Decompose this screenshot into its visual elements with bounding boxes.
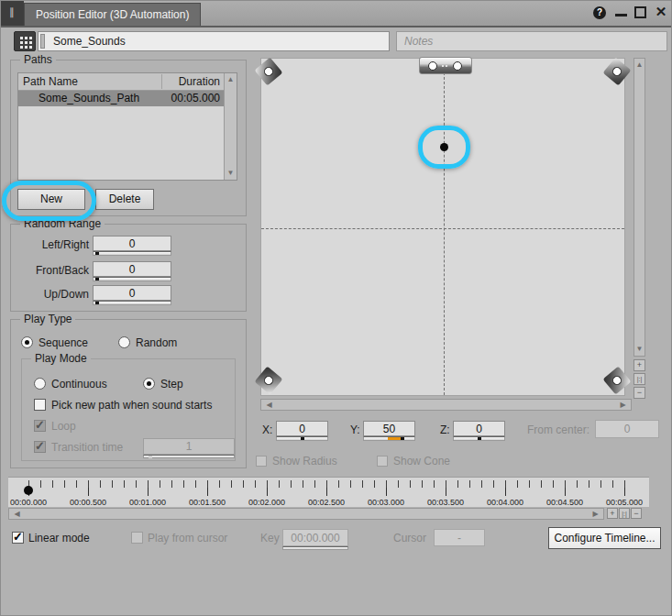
speaker-pin — [442, 65, 444, 67]
z-slider[interactable] — [453, 436, 505, 441]
continuous-radio[interactable] — [34, 378, 46, 390]
paths-table-scrollbar[interactable]: ▲ ▼ — [224, 73, 237, 180]
pick-new-path-label[interactable]: Pick new path when sound starts — [51, 399, 212, 412]
position-editor-window: ∥ Position Editor (3D Automation) ? ✕ Pa… — [0, 0, 672, 616]
titlebar-divider — [1, 26, 672, 28]
column-path-name[interactable]: Path Name — [23, 75, 78, 88]
canvas-zoom-reset-button[interactable]: |:| — [633, 373, 645, 385]
loop-checkbox — [34, 420, 46, 432]
random-radio[interactable] — [118, 336, 130, 348]
slider-marker[interactable] — [95, 252, 99, 255]
y-label: Y: — [350, 424, 360, 436]
play-type-label: Play Type — [20, 313, 75, 325]
x-slider[interactable] — [276, 436, 328, 441]
transition-time-label: Transition time — [51, 441, 123, 454]
front-back-label: Front/Back — [8, 264, 89, 277]
path-row-selected[interactable]: Some_Sounds_Path 00:05.000 — [18, 91, 226, 106]
transition-time-input — [143, 438, 235, 455]
column-separator[interactable] — [161, 74, 162, 89]
up-down-label: Up/Down — [8, 288, 89, 301]
y-input[interactable] — [363, 421, 415, 436]
object-name-input[interactable] — [38, 31, 390, 51]
scroll-down-icon[interactable]: ▼ — [225, 169, 237, 178]
sequence-radio[interactable] — [21, 336, 33, 348]
linear-mode-label[interactable]: Linear mode — [28, 532, 90, 544]
timeline-scrollbar[interactable]: ◀ ▶ — [8, 508, 604, 520]
timeline-tick-label: 00:04.500 — [546, 498, 583, 507]
transition-time-slider — [143, 455, 235, 458]
sequence-label[interactable]: Sequence — [39, 336, 88, 349]
left-right-input[interactable] — [93, 236, 171, 251]
from-center-input — [595, 420, 659, 438]
x-input[interactable] — [276, 421, 328, 436]
scroll-up-icon[interactable]: ▲ — [633, 60, 645, 70]
paths-table-header[interactable]: Path Name Duration — [18, 73, 226, 91]
minimize-button[interactable] — [615, 14, 627, 16]
scroll-left-icon[interactable]: ◀ — [11, 510, 23, 519]
timeline-ruler[interactable]: 00:00.00000:00.50000:01.00000:01.50000:0… — [8, 477, 649, 507]
notes-input[interactable] — [396, 31, 667, 51]
timeline-tick-label: 00:02.500 — [308, 498, 345, 507]
z-input[interactable] — [453, 421, 505, 436]
timeline-zoom-reset-button[interactable]: |:| — [619, 508, 630, 519]
slider-marker[interactable] — [478, 437, 481, 440]
canvas-horizontal-scrollbar[interactable]: ◀ ▶ — [260, 399, 632, 411]
scroll-right-icon[interactable]: ▶ — [589, 510, 601, 519]
object-grid-icon[interactable] — [14, 31, 36, 51]
highlight-ring-new-button — [2, 181, 96, 221]
slider-marker[interactable] — [301, 437, 304, 440]
up-down-input[interactable] — [93, 285, 171, 301]
key-label: Key — [260, 532, 280, 544]
timeline-key-point[interactable] — [24, 486, 33, 495]
key-slider — [282, 546, 348, 550]
crosshair-vertical — [444, 59, 446, 395]
play-from-cursor-checkbox — [131, 532, 143, 544]
slider-fill — [388, 437, 401, 440]
z-label: Z: — [440, 424, 450, 436]
slider-marker[interactable] — [95, 278, 99, 280]
show-radius-checkbox — [256, 456, 267, 467]
slider-marker[interactable] — [401, 437, 404, 440]
paths-table[interactable]: Path Name Duration Some_Sounds_Path 00:0… — [17, 72, 237, 181]
maximize-button[interactable] — [634, 6, 646, 18]
timeline-tick-label: 00:01.500 — [189, 498, 226, 507]
canvas-zoom-in-button[interactable]: + — [633, 359, 645, 371]
step-radio[interactable] — [143, 378, 155, 390]
configure-timeline-button[interactable]: Configure Timeline... — [548, 527, 661, 549]
up-down-slider[interactable] — [93, 301, 171, 305]
timeline-zoom-in-button[interactable]: + — [607, 508, 618, 519]
left-right-slider[interactable] — [93, 251, 171, 256]
position-canvas[interactable] — [260, 58, 625, 396]
pick-new-path-checkbox[interactable] — [34, 399, 46, 411]
linear-mode-checkbox[interactable] — [12, 532, 24, 544]
continuous-label[interactable]: Continuous — [51, 378, 107, 390]
show-radius-label: Show Radius — [272, 455, 337, 468]
scroll-up-icon[interactable]: ▲ — [225, 75, 237, 84]
help-icon[interactable]: ? — [593, 6, 606, 19]
scroll-left-icon[interactable]: ◀ — [263, 401, 275, 410]
column-duration[interactable]: Duration — [179, 75, 220, 88]
y-slider[interactable] — [363, 436, 415, 441]
delete-path-button[interactable]: Delete — [95, 189, 154, 210]
path-row-name: Some_Sounds_Path — [39, 92, 139, 104]
step-label[interactable]: Step — [160, 378, 183, 390]
canvas-vertical-scrollbar[interactable]: ▲ ▼ — [633, 58, 645, 357]
scroll-down-icon[interactable]: ▼ — [633, 345, 645, 354]
front-back-input[interactable] — [93, 261, 171, 277]
tab-position-editor[interactable]: Position Editor (3D Automation) — [24, 3, 201, 26]
paths-group-label: Paths — [20, 53, 56, 66]
name-field-grip[interactable] — [40, 34, 45, 49]
crosshair-horizontal — [261, 228, 624, 230]
timeline-tick-label: 00:01.000 — [129, 498, 166, 507]
front-back-slider[interactable] — [93, 277, 171, 281]
scroll-right-icon[interactable]: ▶ — [617, 401, 629, 410]
canvas-zoom-out-button[interactable]: − — [633, 387, 645, 399]
close-icon[interactable]: ✕ — [653, 4, 669, 20]
random-label[interactable]: Random — [136, 336, 177, 349]
slider-marker — [149, 456, 152, 458]
key-input — [282, 529, 348, 546]
timeline-zoom-out-button[interactable]: − — [631, 508, 642, 519]
dock-handle-icon[interactable]: ∥ — [1, 1, 24, 26]
slider-marker[interactable] — [95, 302, 99, 304]
speaker-bottom-left-icon — [255, 367, 283, 395]
